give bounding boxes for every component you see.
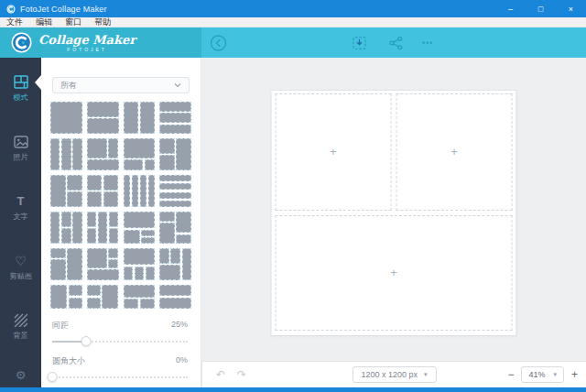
template-cell <box>159 212 175 222</box>
template-thumbnail[interactable] <box>87 285 119 309</box>
template-thumbnail[interactable] <box>124 212 156 244</box>
template-cell <box>124 285 156 298</box>
template-thumbnail[interactable] <box>87 248 119 280</box>
template-thumbnail[interactable] <box>159 212 191 244</box>
template-thumbnail[interactable] <box>159 285 191 309</box>
template-cell <box>159 223 175 244</box>
collage-cell[interactable]: + <box>276 93 392 211</box>
spacing-slider[interactable] <box>52 336 188 347</box>
sidebar-item-clipart[interactable]: ♡剪贴画 <box>0 253 41 281</box>
slider-handle[interactable] <box>81 336 92 346</box>
slider-handle[interactable] <box>48 372 58 382</box>
template-cell <box>140 175 146 207</box>
template-thumbnail[interactable] <box>87 138 119 170</box>
menu-item[interactable]: 窗口 <box>59 17 88 27</box>
template-cell <box>176 212 191 233</box>
template-cell <box>109 228 118 244</box>
sidebar-item-photos[interactable]: 照片 <box>0 134 41 162</box>
maximize-button[interactable]: □ <box>526 0 556 17</box>
template-cell <box>182 248 191 280</box>
sidebar-item-label: 照片 <box>14 152 28 162</box>
template-cell <box>124 248 156 265</box>
template-cell <box>87 285 101 296</box>
template-cell <box>67 191 82 207</box>
stage: +++ ↶ ↷ 1200 x 1200 px ▾ − 41% ▾ + <box>201 58 586 387</box>
template-cell <box>124 267 133 280</box>
template-cell <box>170 248 179 264</box>
template-thumbnail[interactable] <box>159 248 191 280</box>
sidebar: 模式照片T文字♡剪贴画背景⚙ <box>0 58 41 387</box>
template-cell <box>50 102 82 134</box>
template-thumbnail[interactable] <box>87 212 119 244</box>
window-bottom-border <box>0 387 586 392</box>
template-cell <box>87 269 119 280</box>
template-cell <box>124 230 140 244</box>
template-thumbnail[interactable] <box>87 175 119 207</box>
template-filter-dropdown[interactable]: 所有 <box>52 77 190 93</box>
slider-section: 间距 25% 圆角大小 0% <box>52 320 188 383</box>
save-icon[interactable] <box>353 36 366 49</box>
status-bar: ↶ ↷ 1200 x 1200 px ▾ − 41% ▾ + <box>201 361 586 387</box>
zoom-level-dropdown[interactable]: 41% ▾ <box>521 366 564 383</box>
sidebar-item-background[interactable]: 背景 <box>0 312 41 341</box>
template-cell <box>61 212 71 227</box>
share-icon[interactable] <box>389 36 403 49</box>
template-thumbnail[interactable] <box>50 138 82 170</box>
sidebar-item-label: 背景 <box>14 331 28 341</box>
template-thumbnail[interactable] <box>159 102 191 134</box>
template-cell <box>159 265 180 280</box>
canvas-size-value: 1200 x 1200 px <box>361 370 418 379</box>
background-icon <box>14 312 27 328</box>
template-cell <box>87 248 107 268</box>
template-cell <box>87 118 119 134</box>
menu-item[interactable]: 编辑 <box>29 17 59 27</box>
template-thumbnail[interactable] <box>159 138 191 170</box>
template-thumbnail[interactable] <box>124 102 156 134</box>
sidebar-item-templates[interactable]: 模式 <box>0 74 41 103</box>
collage-cell[interactable]: + <box>276 215 513 331</box>
photos-icon <box>14 134 28 149</box>
zoom-in-button[interactable]: + <box>571 369 578 380</box>
template-cell <box>141 237 155 244</box>
template-cell <box>176 234 191 245</box>
logo: Collage Maker FOTOJET <box>0 27 201 58</box>
close-button[interactable]: × <box>556 0 586 17</box>
menu-item[interactable]: 帮助 <box>88 17 117 27</box>
template-thumbnail[interactable] <box>50 248 82 280</box>
template-cell <box>50 212 60 244</box>
undo-icon[interactable]: ↶ <box>216 369 225 380</box>
template-cell <box>108 248 118 258</box>
template-cell <box>140 299 156 309</box>
collage-cell[interactable]: + <box>396 93 513 211</box>
template-cell <box>69 298 82 309</box>
template-thumbnail[interactable] <box>50 175 82 207</box>
sidebar-item-label: 剪贴画 <box>10 271 32 281</box>
menu-item[interactable]: 文件 <box>0 17 29 27</box>
template-thumbnail[interactable] <box>124 285 156 309</box>
settings-gear-icon[interactable]: ⚙ <box>0 368 41 382</box>
template-cell <box>159 285 191 296</box>
more-icon[interactable]: ••• <box>422 38 433 48</box>
zoom-out-button[interactable]: − <box>507 369 514 380</box>
sidebar-item-text[interactable]: T文字 <box>0 193 41 222</box>
corner-radius-slider[interactable] <box>52 372 188 383</box>
template-thumbnail[interactable] <box>124 248 156 280</box>
template-cell <box>102 285 118 309</box>
template-thumbnail[interactable] <box>50 102 82 134</box>
canvas-size-dropdown[interactable]: 1200 x 1200 px ▾ <box>352 366 436 383</box>
template-thumbnail[interactable] <box>124 138 156 170</box>
minimize-button[interactable]: – <box>495 0 526 17</box>
app-header: Collage Maker FOTOJET <box>0 27 586 58</box>
canvas-viewport: +++ <box>201 58 586 361</box>
template-cell <box>108 259 118 268</box>
template-cell <box>87 102 119 117</box>
template-thumbnail[interactable] <box>124 175 156 207</box>
template-cell <box>72 212 81 244</box>
template-thumbnail[interactable] <box>87 102 119 134</box>
template-thumbnail[interactable] <box>159 175 191 207</box>
template-thumbnail[interactable] <box>50 285 82 309</box>
template-thumbnail[interactable] <box>50 212 82 244</box>
template-cell <box>124 138 156 158</box>
redo-icon[interactable]: ↷ <box>237 369 246 380</box>
back-icon[interactable] <box>210 34 227 51</box>
